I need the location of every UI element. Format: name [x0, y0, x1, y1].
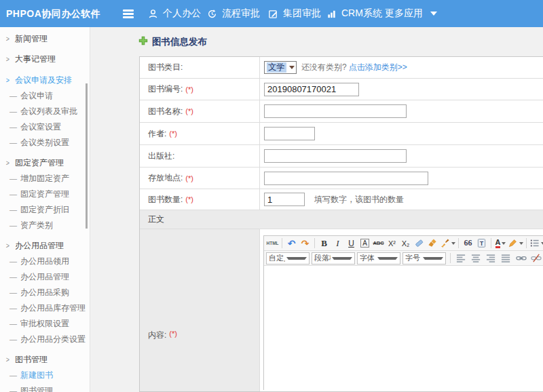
book-name-input[interactable]	[264, 104, 407, 118]
ordered-list-icon[interactable]	[529, 237, 543, 250]
strikethrough-button[interactable]: ABC	[372, 237, 385, 250]
dash-icon: —	[10, 333, 17, 345]
eraser-icon[interactable]	[413, 237, 426, 250]
dash-icon: —	[10, 172, 17, 184]
dash-icon: —	[10, 219, 17, 231]
required-mark: (*)	[185, 107, 193, 115]
font-color-button[interactable]: A	[495, 238, 501, 248]
text-block-color-button[interactable]: A	[360, 239, 369, 248]
caret-down-icon	[332, 257, 352, 260]
chevron-right-icon: >	[6, 157, 10, 169]
user-icon	[148, 9, 158, 19]
form-row-category: 图书类目: 文学 还没有类别? 点击添加类别>>	[140, 57, 543, 79]
publisher-label: 出版社:	[148, 151, 174, 162]
highlight-marker-icon[interactable]	[508, 237, 523, 250]
form-row-book-no: 图书编号:(*)	[140, 79, 543, 100]
form-row-quantity: 图书数量:(*) 填写数字，该图书的数量	[140, 189, 543, 210]
dash-icon: —	[10, 286, 17, 298]
chevron-right-icon: >	[6, 53, 10, 65]
chevron-right-icon: >	[6, 239, 10, 252]
quantity-input[interactable]	[264, 193, 305, 206]
app-logo: PHPOA协同办公软件	[6, 0, 100, 27]
paragraph-format-select[interactable]: 段落格式	[312, 252, 355, 264]
form-row-book-name: 图书名称:(*)	[140, 100, 543, 123]
dash-icon: —	[10, 188, 17, 200]
font-size-select[interactable]: 字号	[402, 252, 446, 264]
dash-icon: —	[10, 271, 17, 283]
caret-down-icon	[430, 12, 437, 16]
sidebar-navigation: >新闻管理 >大事记管理 >会议申请及安排 —会议申请 —会议列表及审批 —会议…	[0, 27, 90, 392]
bold-button[interactable]: B	[318, 237, 331, 250]
hamburger-menu-icon[interactable]	[123, 8, 134, 19]
top-navigation-bar: PHPOA协同办公软件 个人办公 流程审批 集团审批 CRM系统 更多应用	[0, 0, 543, 27]
paste-as-text-icon[interactable]: T	[475, 237, 488, 250]
align-left-icon[interactable]	[455, 252, 468, 264]
book-name-label: 图书名称:	[148, 106, 183, 117]
caret-down-icon	[451, 242, 455, 245]
menu-more-apps[interactable]: 更多应用	[385, 0, 437, 27]
caret-down-icon	[519, 242, 523, 245]
sidebar-scrollbar-thumb[interactable]	[86, 83, 88, 229]
book-no-label: 图书编号:	[148, 83, 183, 95]
menu-crm-system[interactable]: CRM系统	[326, 0, 382, 27]
remove-link-icon[interactable]	[529, 252, 542, 264]
menu-personal-office[interactable]: 个人办公	[148, 0, 201, 27]
required-mark: (*)	[169, 330, 177, 341]
book-category-select[interactable]: 文学	[264, 61, 297, 74]
form-row-publisher: 出版社:	[140, 145, 543, 168]
chevron-right-icon: >	[6, 33, 10, 45]
custom-heading-select[interactable]: 自定义标题	[266, 252, 310, 264]
dash-icon: —	[10, 317, 17, 330]
menu-label: 更多应用	[385, 7, 423, 20]
content-label: 内容:	[148, 330, 166, 341]
add-category-link[interactable]: 点击添加类别>>	[349, 62, 407, 73]
author-input[interactable]	[264, 127, 315, 140]
svg-text:T: T	[480, 240, 484, 247]
italic-button[interactable]: I	[331, 237, 344, 250]
superscript-button[interactable]: X²	[386, 237, 398, 250]
caret-down-icon	[423, 257, 443, 260]
menu-label: 集团审批	[283, 7, 321, 20]
dash-icon: —	[10, 203, 17, 216]
dash-icon: —	[10, 90, 17, 102]
menu-workflow-approval[interactable]: 流程审批	[207, 0, 260, 27]
align-justify-icon[interactable]	[500, 252, 512, 264]
quantity-label: 图书数量:	[148, 194, 183, 205]
dash-icon: —	[10, 369, 17, 381]
subscript-button[interactable]: X₂	[399, 237, 412, 250]
caret-down-icon	[502, 242, 506, 245]
plus-icon	[138, 36, 148, 48]
select-arrow-icon	[289, 66, 295, 69]
dash-icon: —	[10, 385, 17, 392]
flow-approval-icon	[207, 9, 217, 19]
menu-label: CRM系统	[341, 7, 382, 20]
underline-button[interactable]: U	[345, 237, 358, 250]
book-no-input[interactable]	[264, 83, 359, 96]
editor-content-area[interactable]	[264, 266, 543, 391]
blockquote-button[interactable]: 66	[462, 237, 474, 250]
caret-down-icon	[377, 257, 398, 260]
location-input[interactable]	[264, 172, 428, 185]
format-brush-icon[interactable]	[440, 237, 455, 250]
book-form: 图书类目: 文学 还没有类别? 点击添加类别>> 图书编号:(*) 图书名称:(…	[139, 56, 543, 392]
insert-link-icon[interactable]	[514, 252, 527, 264]
caret-down-icon	[286, 257, 307, 260]
font-family-select[interactable]: 字体	[357, 252, 400, 264]
quantity-hint: 填写数字，该图书的数量	[314, 194, 404, 205]
align-center-icon[interactable]	[470, 252, 483, 264]
main-content: 图书信息发布 图书类目: 文学 还没有类别? 点击添加类别>> 图书编号:(*)…	[91, 27, 543, 392]
required-mark: (*)	[169, 130, 177, 138]
undo-button[interactable]: ↶	[285, 237, 298, 250]
align-right-icon[interactable]	[485, 252, 498, 264]
dash-icon: —	[10, 105, 17, 117]
redo-button[interactable]: ↷	[299, 237, 312, 250]
menu-group-approval[interactable]: 集团审批	[268, 0, 321, 27]
menu-label: 流程审批	[222, 7, 260, 20]
clear-format-broom-icon[interactable]	[426, 237, 439, 250]
publisher-input[interactable]	[264, 149, 407, 163]
category-label: 图书类目:	[148, 62, 183, 73]
category-hint: 还没有类别?	[301, 62, 347, 73]
chevron-right-icon: >	[6, 74, 10, 86]
html-source-button[interactable]: HTML	[266, 237, 279, 250]
editor-toolbar-row2: 自定义标题 段落格式 字体 字号	[264, 251, 543, 266]
